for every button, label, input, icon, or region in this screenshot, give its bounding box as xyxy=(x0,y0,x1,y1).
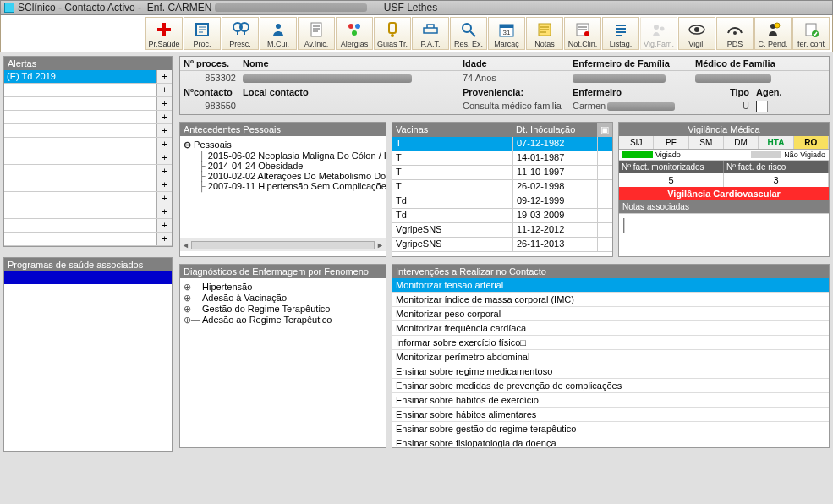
label-proces: Nº proces. xyxy=(184,58,229,68)
vig-tab-hta[interactable]: HTA xyxy=(759,136,793,149)
intervencao-row[interactable]: Monitorizar tensão arterial xyxy=(392,278,829,293)
legend-off-swatch xyxy=(751,151,781,158)
intervencao-row[interactable]: Monitorizar peso corporal xyxy=(392,307,829,321)
antecedente-item[interactable]: 2007-09-11 Hipertensão Sem Complicaçõe xyxy=(199,181,382,191)
vacina-row[interactable]: T26-02-1998 xyxy=(392,180,612,194)
intervencao-row[interactable]: Ensinar sobre gestão do regime terapêuti… xyxy=(392,422,829,436)
toolbar-presc[interactable]: Presc. xyxy=(222,17,259,50)
diagnostico-item[interactable]: Adesão ao Regime Terapêutico xyxy=(184,315,382,326)
toolbar-pr-saude[interactable]: Pr.Saúde xyxy=(145,17,183,50)
vacina-row[interactable]: Td19-03-2009 xyxy=(392,209,612,223)
label-nome: Nome xyxy=(243,58,269,68)
diagnostico-item[interactable]: Adesão à Vacinação xyxy=(184,293,382,304)
intervencao-row[interactable]: Monitorizar índice de massa corporal (IM… xyxy=(392,293,829,307)
toolbar-fer-cont[interactable]: fer. cont xyxy=(792,17,830,50)
alert-row[interactable]: + xyxy=(4,219,172,233)
toolbar-listag[interactable]: Listag. xyxy=(602,17,639,50)
vacina-row[interactable]: VgripeSNS11-12-2012 xyxy=(392,223,612,238)
toolbar-pds[interactable]: PDS xyxy=(716,17,754,50)
alert-expand-button[interactable]: + xyxy=(156,165,172,178)
alert-row[interactable]: + xyxy=(4,192,172,205)
alert-row[interactable]: + xyxy=(4,205,172,219)
vacina-data: 14-01-1987 xyxy=(512,151,597,165)
vig-tab-sm[interactable]: SM xyxy=(689,136,724,149)
tree-root[interactable]: Pessoais xyxy=(184,140,382,151)
alert-expand-button[interactable]: + xyxy=(156,178,172,191)
alert-expand-button[interactable]: + xyxy=(156,219,172,232)
vacina-row[interactable]: Td09-12-1999 xyxy=(392,194,612,209)
antecedente-item[interactable]: 2015-06-02 Neoplasia Maligna Do Cólon / … xyxy=(199,151,382,161)
alert-row[interactable]: + xyxy=(4,84,172,97)
intervencao-row[interactable]: Monitorizar perímetro abdominal xyxy=(392,350,829,364)
svg-point-7 xyxy=(348,24,353,29)
alert-expand-button[interactable]: + xyxy=(156,233,172,245)
h-scrollbar[interactable]: ◄► xyxy=(180,238,386,251)
diagnostico-item[interactable]: Hipertensão xyxy=(184,282,382,293)
intervencao-row[interactable]: Ensinar sobre medidas de prevenção de co… xyxy=(392,379,829,393)
alert-expand-button[interactable]: + xyxy=(156,151,172,164)
intervencao-row[interactable]: Ensinar sobre hábitos de exercício xyxy=(392,393,829,408)
vacina-row[interactable]: T14-01-1987 xyxy=(392,151,612,166)
vig-tab-sij[interactable]: SIJ xyxy=(619,136,654,149)
vacinas-panel: Vacinas Dt. Inóculação ▣ T07-12-1982T14-… xyxy=(392,122,613,257)
alert-row[interactable]: + xyxy=(4,124,172,138)
toolbar-marcac[interactable]: 31Marcaç xyxy=(488,17,525,50)
notas-textbox[interactable]: | xyxy=(619,213,829,256)
alert-row[interactable]: + xyxy=(4,138,172,151)
antecedente-item[interactable]: 2010-02-02 Alterações Do Metabolismo Do xyxy=(199,171,382,181)
alert-expand-button[interactable]: + xyxy=(156,70,172,83)
toolbar-c-pend[interactable]: C. Pend. xyxy=(754,17,792,50)
antecedentes-tree[interactable]: Pessoais 2015-06-02 Neoplasia Maligna Do… xyxy=(180,136,386,238)
vacina-row[interactable]: T11-10-1997 xyxy=(392,166,612,180)
diagnostico-item[interactable]: Gestão do Regime Terapêutico xyxy=(184,304,382,315)
toolbar-not-clin[interactable]: Not.Clin. xyxy=(564,17,601,50)
toolbar-pat[interactable]: P.A.T. xyxy=(412,17,449,50)
intervencao-row[interactable]: Monitorizar frequência cardíaca xyxy=(392,321,829,336)
vacina-row[interactable]: T07-12-1982 xyxy=(392,137,612,151)
intervencao-row[interactable]: Ensinar sobre fisiopatologia da doença xyxy=(392,436,829,447)
program-row-selected[interactable] xyxy=(4,271,172,284)
vacina-data: 09-12-1999 xyxy=(512,194,597,208)
main-toolbar: Pr.SaúdeProc.Presc.M.Cui.Av.Inic.Alergia… xyxy=(0,15,833,52)
alert-row[interactable]: + xyxy=(4,233,172,246)
toolbar-guias-tr[interactable]: Guias Tr. xyxy=(374,17,411,50)
alert-row[interactable]: (E) Td 2019+ xyxy=(4,70,172,84)
vig-tab-dm[interactable]: DM xyxy=(724,136,759,149)
alert-row[interactable]: + xyxy=(4,97,172,111)
toolbar-vigil[interactable]: Vigil. xyxy=(678,17,715,50)
toolbar-notas[interactable]: Notas xyxy=(526,17,563,50)
vacina-row[interactable]: VgripeSNS26-11-2013 xyxy=(392,238,612,252)
alert-row[interactable]: + xyxy=(4,151,172,165)
col-data: Dt. Inóculação xyxy=(512,123,597,137)
vig-tab-pf[interactable]: PF xyxy=(654,136,688,149)
alert-row[interactable]: + xyxy=(4,165,172,178)
intervencao-row[interactable]: Informar sobre exercício físico□ xyxy=(392,336,829,350)
antecedente-item[interactable]: 2014-04-24 Obesidade xyxy=(199,161,382,171)
alert-row[interactable]: + xyxy=(4,178,172,192)
intervencao-row[interactable]: Ensinar sobre regime medicamentoso xyxy=(392,364,829,379)
intervencao-row[interactable]: Ensinar sobre hábitos alimentares xyxy=(392,408,829,422)
alert-expand-button[interactable]: + xyxy=(156,138,172,151)
alert-expand-button[interactable]: + xyxy=(156,84,172,96)
toolbar-res-ex[interactable]: Res. Ex. xyxy=(450,17,487,50)
toolbar-label: Vigil. xyxy=(688,40,704,48)
alert-expand-button[interactable]: + xyxy=(156,111,172,123)
vig-alert[interactable]: Vigilância Cardiovascular xyxy=(619,187,829,200)
vacinas-header: Vacinas Dt. Inóculação ▣ xyxy=(392,123,612,137)
alert-expand-button[interactable]: + xyxy=(156,97,172,110)
alert-expand-button[interactable]: + xyxy=(156,192,172,205)
toolbar-label: M.Cui. xyxy=(267,40,289,48)
toolbar-av-inic[interactable]: Av.Inic. xyxy=(298,17,335,50)
toolbar-label: P.A.T. xyxy=(421,40,441,48)
alert-row[interactable]: + xyxy=(4,111,172,124)
agen-checkbox[interactable] xyxy=(756,101,768,112)
vig-tab-ro[interactable]: RO xyxy=(794,136,829,149)
toolbar-m-cui[interactable]: M.Cui. xyxy=(260,17,297,50)
toolbar-label: Alergias xyxy=(341,40,369,48)
toolbar-proc[interactable]: Proc. xyxy=(184,17,221,50)
svg-point-19 xyxy=(584,31,589,36)
alert-expand-button[interactable]: + xyxy=(156,124,172,137)
m-cui-icon xyxy=(270,19,287,40)
toolbar-alergias[interactable]: Alergias xyxy=(336,17,373,50)
alert-expand-button[interactable]: + xyxy=(156,205,172,218)
